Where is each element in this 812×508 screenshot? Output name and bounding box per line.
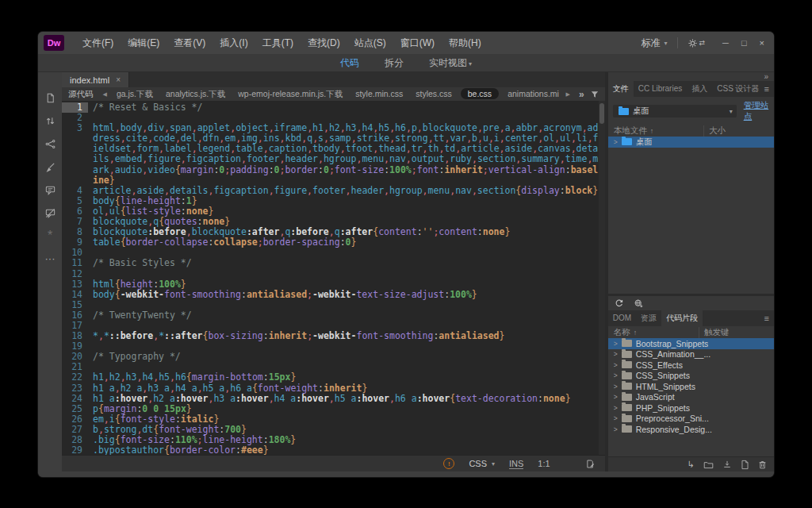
apply-comment-icon[interactable] <box>44 183 56 196</box>
minimize-button[interactable]: ─ <box>722 38 729 48</box>
code-line[interactable]: 16/* TwentyTwenty */ <box>62 310 599 321</box>
code-scrollbar[interactable] <box>599 101 605 455</box>
filter-icon[interactable] <box>590 90 599 99</box>
close-tab-icon[interactable]: × <box>116 75 121 84</box>
dw-logo: Dw <box>44 35 64 51</box>
column-local-files[interactable]: 本地文件 ↑ <box>608 125 703 137</box>
new-snippet-icon[interactable] <box>741 460 749 470</box>
scrollbar-thumb[interactable] <box>599 103 604 124</box>
scroll-left-icon[interactable]: ◀ <box>100 91 110 98</box>
line-number: 12 <box>62 269 88 279</box>
file-edit-icon[interactable] <box>585 459 596 469</box>
manage-sites-link[interactable]: 管理站点 <box>744 100 769 122</box>
gear-sync-icon[interactable]: ⇄ <box>688 38 706 48</box>
snippet-folder-row[interactable]: >JavaScript <box>608 392 774 403</box>
maximize-button[interactable]: □ <box>741 38 747 48</box>
panel-tab[interactable]: 文件 <box>608 81 634 97</box>
related-file[interactable]: wp-emoj-release.min.js.下载 <box>232 89 349 98</box>
collapse-panels-icon[interactable]: » <box>608 72 774 81</box>
code-view[interactable]: 1/* Reset & Basics */2 3html,body,div,sp… <box>62 101 599 455</box>
more-files-icon[interactable]: » <box>579 89 584 100</box>
panel-tab[interactable]: 代码片段 <box>661 310 703 326</box>
snippet-folder-row[interactable]: >Bootstrap_Snippets <box>608 338 774 349</box>
column-name[interactable]: 名称 ↑ <box>608 327 699 338</box>
view-tab[interactable]: 代码 <box>340 56 359 70</box>
line-number: 15 <box>62 300 88 310</box>
refresh-icon[interactable] <box>615 298 624 308</box>
site-selector[interactable]: 桌面 ▾ <box>613 105 737 117</box>
open-documents-icon[interactable] <box>44 91 56 104</box>
column-size[interactable]: 大小 <box>703 125 774 137</box>
view-tab[interactable]: 实时视图 ▾ <box>429 56 472 70</box>
file-management-icon[interactable] <box>44 114 56 127</box>
code-line[interactable]: 20/* Typography */ <box>62 352 599 362</box>
line-number: 5 <box>62 196 88 206</box>
document-tab[interactable]: index.html × <box>62 72 129 87</box>
line-number: 24 <box>62 394 88 404</box>
remove-comment-icon[interactable] <box>44 206 56 219</box>
menu-item[interactable]: 插入(I) <box>213 32 255 54</box>
source-code-button[interactable]: 源代码 <box>68 89 100 100</box>
panel-tab[interactable]: 插入 <box>687 81 712 97</box>
code-line[interactable]: 3html,body,div,span,applet,object,iframe… <box>62 123 599 186</box>
snippet-folder-row[interactable]: >CSS_Snippets <box>608 371 774 382</box>
globe-sync-icon[interactable] <box>634 298 644 309</box>
menu-item[interactable]: 查找(D) <box>301 32 347 54</box>
code-line[interactable]: 18*,*::before,*::after{box-sizing:inheri… <box>62 331 599 341</box>
menu-item[interactable]: 站点(S) <box>347 32 393 54</box>
panel-tab[interactable]: DOM <box>608 310 636 326</box>
snippet-folder-row[interactable]: >CSS_Animation__... <box>608 349 774 360</box>
file-tree-label: 桌面 <box>632 137 653 148</box>
line-number: 29 <box>62 445 88 455</box>
code-line[interactable]: 11/* Basic Styles */ <box>62 258 599 268</box>
insert-snippet-icon[interactable]: ↳ <box>688 460 695 470</box>
related-file[interactable]: be.css <box>461 88 499 99</box>
snippet-folder-row[interactable]: >Responsive_Desig... <box>608 424 774 435</box>
code-line[interactable]: 14body{-webkit-font-smoothing:antialiase… <box>62 290 599 300</box>
validate-markup-icon[interactable] <box>44 137 56 150</box>
snippet-folder-row[interactable]: >PHP_Snippets <box>608 402 774 414</box>
scroll-right-icon[interactable]: ▶ <box>563 91 573 98</box>
snippet-folder-row[interactable]: >CSS_Effects <box>608 360 774 371</box>
file-tree-item[interactable]: >桌面 <box>608 137 774 148</box>
related-file[interactable]: style.min.css <box>349 89 409 98</box>
menu-item[interactable]: 工具(T) <box>255 32 301 54</box>
panel-tab[interactable]: CSS 设计器 <box>712 81 764 97</box>
view-tab[interactable]: 拆分 <box>385 56 404 70</box>
new-folder-icon[interactable] <box>703 460 714 469</box>
editor-status-bar: ! CSS ▾ INS 1:1 <box>62 455 605 471</box>
panel-menu-icon[interactable]: ≡ <box>764 81 774 97</box>
snippet-folder-row[interactable]: >HTML_Snippets <box>608 381 774 392</box>
related-file[interactable]: analytics.js.下载 <box>159 89 232 98</box>
snippet-folder-row[interactable]: >Preprocessor_Sni... <box>608 414 774 425</box>
related-file[interactable]: ga.js.下载 <box>110 89 159 98</box>
column-trigger-key[interactable]: 触发键 <box>699 327 774 338</box>
menu-item[interactable]: 窗口(W) <box>393 32 442 54</box>
code-line[interactable]: 29.bypostauthor{border-color:#eee} <box>62 445 599 455</box>
workspace-switcher[interactable]: 标准 ▾ <box>642 37 668 50</box>
code-line[interactable]: 1/* Reset & Basics */ <box>62 102 599 113</box>
menu-item[interactable]: 文件(F) <box>75 32 121 54</box>
line-number: 4 <box>62 186 88 196</box>
pull-snippet-icon[interactable] <box>722 460 732 469</box>
folder-icon <box>622 425 632 433</box>
syntax-error-alerts-icon[interactable]: * <box>44 229 56 242</box>
related-file[interactable]: styles.css <box>409 89 458 98</box>
snippet-folder-label: Preprocessor_Sni... <box>632 414 709 423</box>
panel-tab[interactable]: CC Libraries <box>634 81 688 97</box>
menu-item[interactable]: 帮助(H) <box>442 32 488 54</box>
panel-menu-icon[interactable]: ≡ <box>764 310 774 326</box>
close-button[interactable]: × <box>760 38 764 48</box>
customize-toolbar-icon[interactable]: ··· <box>44 252 56 265</box>
line-number: 13 <box>62 279 88 290</box>
folder-icon <box>622 340 632 347</box>
document-tab-label: index.html <box>70 75 109 85</box>
format-source-icon[interactable] <box>44 160 56 173</box>
language-selector[interactable]: CSS ▾ <box>469 459 495 468</box>
delete-icon[interactable] <box>758 460 767 470</box>
menu-item[interactable]: 查看(V) <box>167 32 213 54</box>
lint-error-icon[interactable]: ! <box>443 458 454 469</box>
code-line[interactable]: 9table{border-collapse:collapse;border-s… <box>62 237 599 248</box>
menu-item[interactable]: 编辑(E) <box>121 32 167 54</box>
panel-tab[interactable]: 资源 <box>636 310 661 326</box>
